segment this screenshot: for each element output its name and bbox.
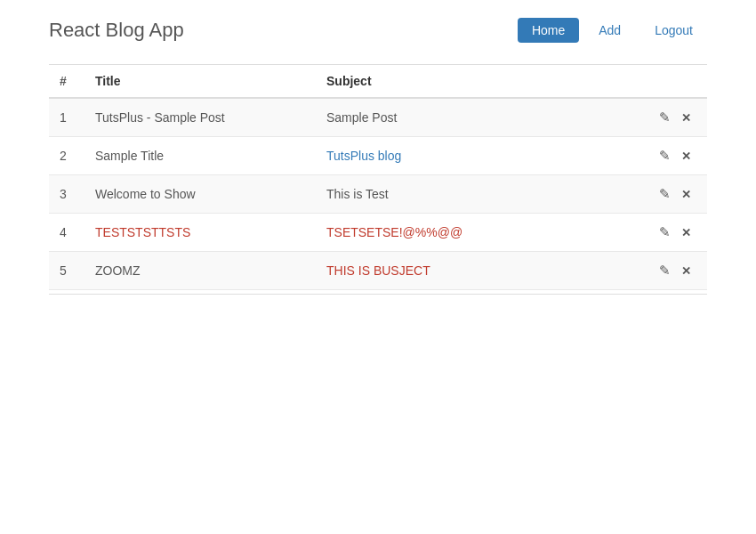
delete-button[interactable] [676, 109, 696, 126]
row-subject: TSETSETSE!@%%@@ [316, 214, 636, 252]
row-actions [636, 137, 707, 175]
delete-icon [681, 110, 691, 125]
edit-icon [659, 263, 671, 279]
header-num: # [49, 65, 84, 98]
nav-buttons: Home Add Logout [518, 18, 707, 43]
add-button[interactable]: Add [584, 18, 635, 43]
edit-button[interactable] [654, 146, 676, 166]
row-num: 4 [49, 214, 84, 252]
row-num: 3 [49, 175, 84, 214]
app-title: React Blog App [49, 19, 184, 42]
row-actions [636, 98, 707, 137]
row-num: 2 [49, 137, 84, 175]
row-actions [636, 175, 707, 214]
edit-icon [659, 224, 671, 240]
table-row: 4TESTSTSTTSTSTSETSETSE!@%%@@ [49, 214, 707, 252]
delete-button[interactable] [676, 185, 696, 203]
edit-icon [659, 148, 671, 164]
row-actions [636, 214, 707, 252]
edit-button[interactable] [654, 108, 676, 127]
row-subject: This is Test [316, 175, 636, 214]
header-title: Title [84, 65, 316, 98]
header-actions [636, 65, 707, 98]
delete-button[interactable] [676, 262, 696, 279]
row-num: 5 [49, 252, 84, 290]
row-actions [636, 252, 707, 290]
posts-table-wrapper: # Title Subject 1TutsPlus - Sample PostS… [49, 64, 707, 295]
row-title: TutsPlus - Sample Post [84, 98, 316, 137]
edit-icon [659, 109, 671, 125]
table-row: 3Welcome to ShowThis is Test [49, 175, 707, 214]
row-subject: Sample Post [316, 98, 636, 137]
row-subject: THIS IS BUSJECT [316, 252, 636, 290]
header-subject: Subject [316, 65, 636, 98]
logout-button[interactable]: Logout [640, 18, 707, 43]
row-title: Welcome to Show [84, 175, 316, 214]
edit-icon [659, 186, 671, 202]
row-title: TESTSTSTTSTS [84, 214, 316, 252]
table-row: 2Sample TitleTutsPlus blog [49, 137, 707, 175]
edit-button[interactable] [654, 184, 676, 204]
row-title: Sample Title [84, 137, 316, 175]
row-subject: TutsPlus blog [316, 137, 636, 175]
table-row: 5ZOOMZTHIS IS BUSJECT [49, 252, 707, 290]
delete-icon [681, 263, 691, 278]
delete-button[interactable] [676, 147, 696, 165]
table-row: 1TutsPlus - Sample PostSample Post [49, 98, 707, 137]
home-button[interactable]: Home [518, 18, 579, 43]
delete-icon [681, 149, 691, 163]
row-title: ZOOMZ [84, 252, 316, 290]
row-num: 1 [49, 98, 84, 137]
delete-button[interactable] [676, 223, 696, 241]
edit-button[interactable] [654, 261, 676, 280]
delete-icon [681, 225, 691, 239]
table-header-row: # Title Subject [49, 65, 707, 98]
edit-button[interactable] [654, 222, 676, 242]
delete-icon [681, 187, 691, 201]
navbar: React Blog App Home Add Logout [49, 0, 707, 57]
table-footer-line [49, 294, 707, 295]
posts-table: # Title Subject 1TutsPlus - Sample PostS… [49, 65, 707, 290]
